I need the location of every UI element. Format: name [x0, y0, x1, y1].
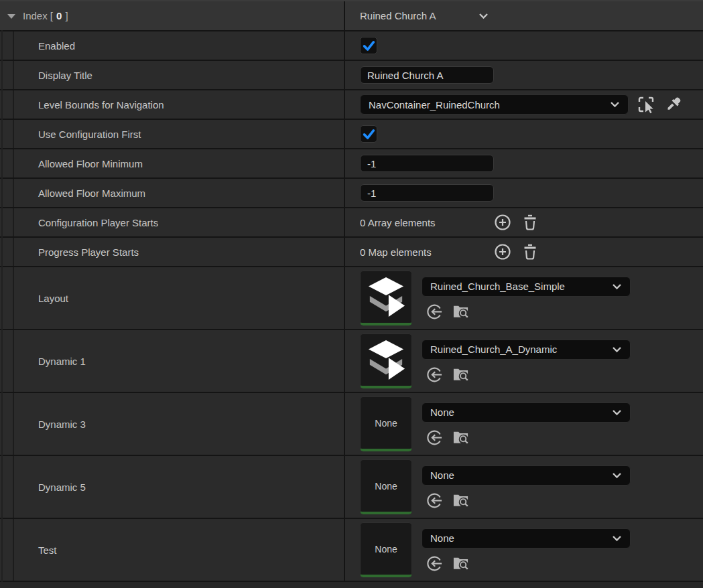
use-selected-asset-button[interactable] [426, 429, 442, 446]
progress-player-starts-label: Progress Player Starts [14, 238, 345, 266]
row-enabled: Enabled [0, 31, 703, 61]
browse-folder-search-icon [452, 492, 470, 509]
use-selected-asset-button[interactable] [426, 303, 442, 320]
browse-to-asset-button[interactable] [452, 429, 470, 446]
expander-triangle-icon[interactable] [7, 13, 16, 19]
browse-to-asset-button[interactable] [452, 303, 470, 320]
test-asset-dropdown[interactable]: None [422, 528, 631, 548]
browse-to-asset-button[interactable] [452, 366, 470, 383]
browse-folder-search-icon [452, 429, 470, 446]
test-label: Test [14, 519, 345, 581]
plus-circle-icon [494, 243, 511, 261]
use-configuration-first-label: Use Configuration First [14, 120, 345, 148]
allowed-floor-maximum-input[interactable] [360, 184, 494, 202]
level-asset-icon [367, 277, 405, 318]
indent-rail [0, 238, 14, 266]
pick-actor-button[interactable] [637, 95, 655, 114]
index-header-value-cell: Ruined Church A [345, 1, 703, 30]
index-struct-dropdown-value[interactable]: Ruined Church A [360, 10, 436, 21]
display-title-label: Display Title [14, 61, 345, 89]
indent-rail [0, 31, 14, 60]
use-configuration-first-checkbox[interactable] [360, 125, 377, 143]
layout-asset-thumbnail[interactable] [360, 271, 412, 325]
use-selected-arrow-icon [426, 429, 442, 446]
display-title-input[interactable] [360, 66, 494, 84]
row-test: Test None None [0, 519, 703, 582]
row-level-bounds: Level Bounds for Navigation NavContainer… [0, 90, 703, 120]
indent-rail [0, 330, 14, 392]
row-configuration-player-starts: Configuration Player Starts 0 Array elem… [0, 208, 703, 238]
clear-map-button[interactable] [522, 243, 538, 261]
dynamic-3-asset-dropdown[interactable]: None [422, 402, 631, 423]
level-bounds-dropdown[interactable]: NavContainer_RuinedChurch [360, 94, 629, 115]
dynamic-5-label: Dynamic 5 [14, 456, 345, 518]
dynamic-3-asset-dropdown-value: None [430, 407, 454, 418]
allowed-floor-maximum-label: Allowed Floor Maximum [14, 179, 345, 207]
indent-rail [0, 267, 14, 329]
trash-icon [522, 243, 538, 261]
use-selected-arrow-icon [426, 555, 442, 572]
indent-rail [0, 519, 14, 581]
browse-folder-search-icon [452, 555, 470, 572]
chevron-down-icon [612, 409, 622, 416]
thumbnail-none-label: None [375, 418, 397, 429]
eyedropper-button[interactable] [665, 96, 681, 113]
enabled-label: Enabled [14, 31, 345, 60]
row-dynamic-3: Dynamic 3 None None [0, 393, 703, 456]
use-selected-arrow-icon [426, 366, 442, 383]
check-icon [361, 127, 376, 141]
add-array-element-button[interactable] [494, 214, 511, 231]
indent-rail [0, 120, 14, 148]
pick-actor-icon [637, 95, 655, 114]
browse-folder-search-icon [452, 366, 470, 383]
add-map-element-button[interactable] [494, 243, 511, 261]
chevron-down-icon [612, 346, 622, 353]
test-asset-thumbnail[interactable]: None [360, 522, 412, 577]
test-asset-dropdown-value: None [430, 532, 454, 544]
use-selected-arrow-icon [426, 492, 442, 509]
level-bounds-label: Level Bounds for Navigation [14, 90, 345, 119]
row-use-configuration-first: Use Configuration First [0, 120, 703, 149]
browse-folder-search-icon [452, 303, 470, 320]
browse-to-asset-button[interactable] [452, 555, 470, 572]
browse-to-asset-button[interactable] [452, 492, 470, 509]
layout-asset-dropdown[interactable]: Ruined_Church_Base_Simple [422, 277, 631, 297]
index-category-header[interactable]: Index [0] Ruined Church A [0, 1, 703, 31]
use-selected-asset-button[interactable] [426, 555, 442, 572]
use-selected-asset-button[interactable] [426, 492, 442, 509]
dynamic-1-label: Dynamic 1 [14, 330, 345, 392]
dynamic-1-asset-thumbnail[interactable] [360, 334, 412, 388]
dynamic-5-asset-thumbnail[interactable]: None [360, 459, 412, 514]
row-progress-player-starts: Progress Player Starts 0 Map elements [0, 238, 703, 267]
dynamic-5-asset-dropdown[interactable]: None [422, 465, 631, 486]
enabled-checkbox[interactable] [360, 37, 377, 54]
use-selected-arrow-icon [426, 303, 442, 320]
row-allowed-floor-maximum: Allowed Floor Maximum [0, 179, 703, 208]
allowed-floor-minimum-input[interactable] [360, 155, 494, 172]
indent-rail [0, 179, 14, 207]
progress-player-starts-count: 0 Map elements [360, 246, 494, 258]
chevron-down-icon [610, 101, 620, 108]
chevron-down-icon [612, 535, 622, 542]
chevron-down-icon [612, 472, 622, 479]
clear-array-button[interactable] [522, 214, 538, 231]
use-selected-asset-button[interactable] [426, 366, 442, 383]
indent-rail [0, 208, 14, 236]
thumbnail-none-label: None [375, 481, 397, 492]
plus-circle-icon [494, 214, 511, 231]
dynamic-1-asset-dropdown[interactable]: Ruined_Church_A_Dynamic [422, 340, 631, 360]
index-header-label-cell[interactable]: Index [0] [0, 1, 345, 30]
chevron-down-icon [612, 283, 622, 290]
check-icon [361, 38, 376, 53]
chevron-down-icon[interactable] [478, 13, 489, 19]
configuration-player-starts-count: 0 Array elements [360, 217, 494, 228]
indent-rail [0, 393, 14, 455]
dynamic-3-asset-thumbnail[interactable]: None [360, 396, 412, 451]
details-panel: Index [0] Ruined Church A Enabled Displa… [0, 0, 703, 588]
row-dynamic-1: Dynamic 1 Ruined_Church_A_Dynamic [0, 330, 703, 393]
level-bounds-dropdown-value: NavContainer_RuinedChurch [369, 99, 500, 111]
eyedropper-icon [665, 96, 681, 113]
row-layout: Layout Ruined_Church_Base_Simple [0, 267, 703, 330]
dynamic-3-label: Dynamic 3 [14, 393, 345, 455]
row-display-title: Display Title [0, 61, 703, 90]
